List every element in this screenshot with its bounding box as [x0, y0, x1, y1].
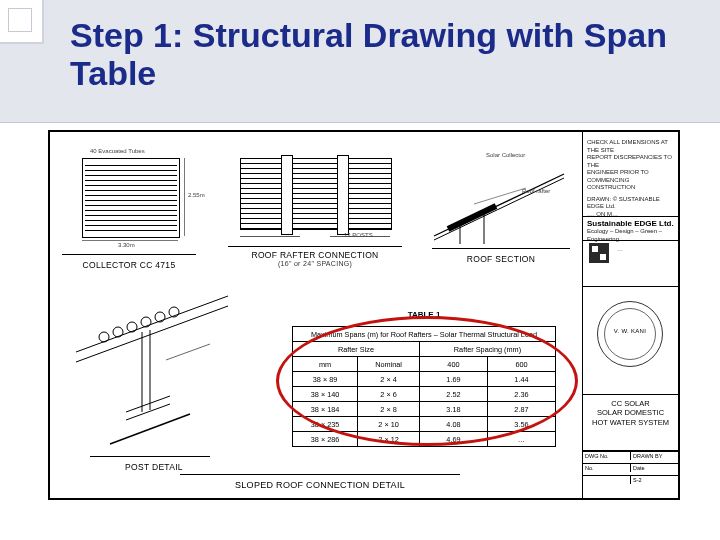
svg-line-7: [76, 306, 228, 362]
post-detail-svg: [70, 292, 238, 454]
hdr-400: 400: [419, 357, 487, 372]
roof-note-1: Solar Collector: [486, 152, 525, 158]
rafter-post-1: [281, 155, 293, 235]
svg-line-2: [448, 206, 496, 229]
col-rafter-spacing: Rafter Spacing (mm): [419, 342, 555, 357]
hdr-nom: Nominal: [358, 357, 420, 372]
svg-point-10: [127, 322, 137, 332]
rafter-caption-2: (16" or 24" SPACING): [220, 260, 410, 268]
company-name: Sustainable EDGE Ltd.: [583, 217, 678, 228]
slide: Step 1: Structural Drawing with Span Tab…: [0, 0, 720, 540]
company-logo-icon: [589, 243, 609, 263]
svg-line-18: [110, 414, 190, 444]
table-title: TABLE 1: [282, 310, 566, 319]
svg-point-8: [99, 332, 109, 342]
table-row: 38 × 1842 × 83.182.87: [293, 402, 556, 417]
sloped-caption: SLOPED ROOF CONNECTION DETAIL: [180, 480, 460, 490]
span-table: Maximum Spans (m) for Roof Rafters – Sol…: [292, 326, 556, 447]
panel-rule: [90, 456, 210, 457]
table-row: 38 × 2352 × 104.083.56: [293, 417, 556, 432]
company-contact: …: [613, 243, 627, 257]
rafter-hatch: [241, 159, 391, 229]
rafter-caption: ROOF RAFTER CONNECTION (16" or 24" SPACI…: [220, 251, 410, 268]
roof-section-svg: [426, 154, 576, 248]
svg-point-12: [155, 312, 165, 322]
svg-line-16: [126, 396, 170, 412]
title-block: CHECK ALL DIMENSIONS AT THE SITEREPORT D…: [582, 132, 678, 498]
title-rule: [0, 122, 720, 123]
table-row: 38 × 2862 × 124.69…: [293, 432, 556, 447]
table-row: 38 × 892 × 41.691.44: [293, 372, 556, 387]
engineer-stamp-icon: V. W. KANI: [597, 301, 663, 367]
project-title: CC SOLARSOLAR DOMESTICHOT WATER SYSTEM: [583, 395, 678, 431]
panel-rule: [180, 474, 460, 475]
panel-post-detail: POST DETAIL: [70, 292, 238, 482]
roof-note-2: Roof rafter: [522, 188, 550, 194]
svg-line-19: [166, 344, 210, 360]
sheet-no: S-2: [631, 475, 678, 484]
dim-v-label: 2.55m: [188, 192, 205, 198]
table-subtitle: Maximum Spans (m) for Roof Rafters – Sol…: [293, 327, 556, 342]
rafter-box: [240, 158, 392, 230]
span-table-wrap: TABLE 1 Maximum Spans (m) for Roof Rafte…: [282, 302, 566, 452]
svg-line-6: [76, 296, 228, 352]
panel-rule: [432, 248, 570, 249]
collector-caption: COLLECTOR CC 4715: [62, 260, 196, 270]
drawing-sheet: 40 Evacuated Tubes 2.55m 3.30m COLLECTOR…: [48, 130, 680, 500]
roof-caption: ROOF SECTION: [426, 254, 576, 264]
hdr-600: 600: [487, 357, 555, 372]
panel-rule: [228, 246, 402, 247]
panel-collector: 40 Evacuated Tubes 2.55m 3.30m COLLECTOR…: [62, 148, 196, 268]
post-caption: POST DETAIL: [70, 462, 238, 472]
hdr-mm: mm: [293, 357, 358, 372]
table-row: 38 × 1402 × 62.522.36: [293, 387, 556, 402]
dim-h-label: 3.30m: [118, 242, 135, 248]
rafter-caption-1: ROOF RAFTER CONNECTION: [220, 251, 410, 260]
general-notes: CHECK ALL DIMENSIONS AT THE SITEREPORT D…: [583, 136, 678, 221]
col-rafter-size: Rafter Size: [293, 342, 420, 357]
svg-line-17: [126, 404, 170, 420]
corner-ornament: [0, 0, 44, 44]
svg-point-9: [113, 327, 123, 337]
stamp-name: V. W. KANI: [598, 328, 662, 334]
panel-roof-section: Solar Collector Roof rafter ROOF SECTION: [426, 148, 576, 268]
collector-note: 40 Evacuated Tubes: [90, 148, 145, 154]
collector-outline: [82, 158, 180, 238]
slide-title: Step 1: Structural Drawing with Span Tab…: [70, 16, 700, 92]
panel-rule: [62, 254, 196, 255]
panel-rafter: 12 POSTS ROOF RAFTER CONNECTION (16" or …: [220, 148, 410, 268]
rafter-post-2: [337, 155, 349, 235]
svg-point-11: [141, 317, 151, 327]
rafter-dim-label: 12 POSTS: [344, 232, 373, 238]
